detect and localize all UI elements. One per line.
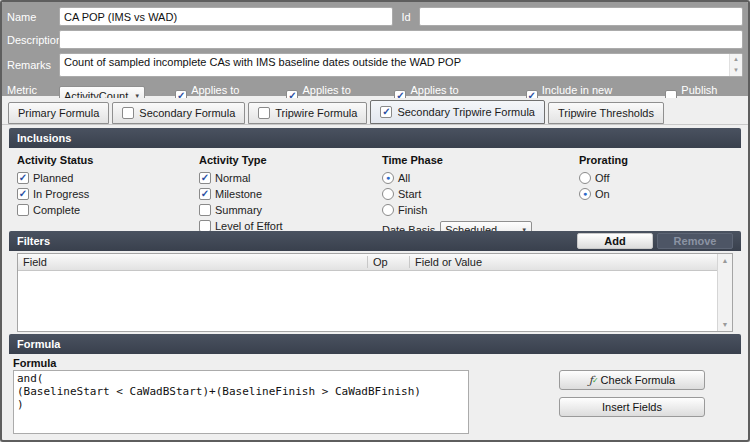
option-complete[interactable]: Complete [17, 202, 93, 217]
radio-off[interactable]: Off [579, 170, 628, 185]
option-label: Milestone [215, 188, 262, 200]
radio-icon: ● [579, 188, 591, 200]
filters-table-header: Field Op Field or Value [18, 254, 717, 271]
insert-fields-button[interactable]: Insert Fields [559, 397, 705, 417]
radio-all[interactable]: ● All [382, 170, 532, 185]
section-title: Inclusions [17, 128, 733, 148]
time-phase-group: Time Phase ● All Start Finish Date Basis… [382, 154, 532, 239]
filters-scrollbar[interactable]: ▲ ▼ [717, 254, 732, 331]
inclusions-body: Activity Status ✓ Planned ✓ In Progress … [9, 148, 741, 230]
name-row: Name Id [7, 7, 743, 26]
checkbox-icon[interactable] [258, 107, 270, 119]
add-filter-button[interactable]: Add [577, 233, 653, 249]
formula-section: Formula Formula and( (BaselineStart < Ca… [9, 334, 741, 440]
group-title: Activity Status [17, 154, 93, 166]
form-header: Name Id Description Remarks Count of sam… [2, 2, 748, 96]
remove-filter-button[interactable]: Remove [657, 233, 733, 249]
check-formula-button[interactable]: ƒ✓ Check Formula [559, 370, 705, 390]
tab-label: Secondary Formula [139, 107, 235, 119]
id-input[interactable] [419, 7, 743, 26]
option-label: Level of Effort [215, 220, 283, 232]
checkbox-icon [17, 204, 29, 216]
formula-header: Formula [9, 334, 741, 354]
radio-icon [382, 204, 394, 216]
option-label: Finish [398, 204, 427, 216]
filters-table: Field Op Field or Value ▲ ▼ [17, 253, 733, 332]
scroll-down-icon[interactable]: ▼ [718, 318, 732, 331]
tab-primary-formula[interactable]: Primary Formula [8, 102, 109, 124]
tab-label: Secondary Tripwire Formula [397, 106, 535, 118]
scroll-down-icon[interactable]: ▼ [730, 65, 742, 76]
checkbox-icon: ✓ [199, 172, 211, 184]
tab-label: Primary Formula [18, 107, 99, 119]
checkbox-icon[interactable] [122, 107, 134, 119]
option-label: Planned [33, 172, 73, 184]
tab-secondary-formula[interactable]: Secondary Formula [112, 102, 245, 124]
tab-tripwire-thresholds[interactable]: Tripwire Thresholds [548, 102, 664, 124]
formula-sublabel: Formula [13, 357, 56, 369]
filters-header: Filters Add Remove [9, 231, 741, 251]
group-title: Prorating [579, 154, 628, 166]
column-op[interactable]: Op [368, 256, 410, 268]
tab-tripwire-formula[interactable]: Tripwire Formula [248, 102, 367, 124]
option-milestone[interactable]: ✓ Milestone [199, 186, 283, 201]
checkbox-icon: ✓ [17, 188, 29, 200]
prorating-group: Prorating Off ● On [579, 154, 628, 202]
option-label: Summary [215, 204, 262, 216]
name-label: Name [7, 11, 59, 23]
checkbox-icon [199, 220, 211, 232]
group-title: Activity Type [199, 154, 283, 166]
scroll-up-icon[interactable]: ▲ [730, 54, 742, 65]
option-label: On [595, 188, 610, 200]
activity-type-group: Activity Type ✓ Normal ✓ Milestone Summa… [199, 154, 283, 234]
option-planned[interactable]: ✓ Planned [17, 170, 93, 185]
radio-start[interactable]: Start [382, 186, 532, 201]
id-label: Id [393, 11, 419, 23]
section-title: Formula [17, 334, 733, 354]
remarks-input[interactable]: Count of sampled incomplete CAs with IMS… [59, 53, 743, 77]
section-title: Filters [17, 231, 573, 251]
column-field[interactable]: Field [18, 256, 368, 268]
activity-status-group: Activity Status ✓ Planned ✓ In Progress … [17, 154, 93, 218]
option-normal[interactable]: ✓ Normal [199, 170, 283, 185]
filters-table-body[interactable] [18, 271, 717, 331]
radio-icon [382, 188, 394, 200]
option-label: Off [595, 172, 609, 184]
radio-icon: ● [382, 172, 394, 184]
description-input[interactable] [59, 30, 743, 49]
button-label: Check Formula [601, 374, 676, 386]
description-label: Description [7, 34, 59, 46]
formula-input[interactable]: and( (BaselineStart < CaWadBStart)+(Base… [13, 370, 469, 434]
inclusions-header: Inclusions [9, 128, 741, 148]
checkbox-icon: ✓ [17, 172, 29, 184]
button-label: Insert Fields [602, 401, 662, 413]
scroll-up-icon[interactable]: ▲ [718, 254, 732, 267]
option-summary[interactable]: Summary [199, 202, 283, 217]
tab-secondary-tripwire-formula[interactable]: ✓ Secondary Tripwire Formula [370, 100, 545, 124]
checkbox-icon [199, 204, 211, 216]
filters-section: Filters Add Remove Field Op Field or Val… [9, 231, 741, 332]
tab-label: Tripwire Formula [275, 107, 357, 119]
checkbox-icon: ✓ [199, 188, 211, 200]
checkbox-icon[interactable]: ✓ [380, 106, 392, 118]
formula-body: Formula and( (BaselineStart < CaWadBStar… [9, 354, 741, 440]
radio-on[interactable]: ● On [579, 186, 628, 201]
tab-label: Tripwire Thresholds [558, 107, 654, 119]
name-input[interactable] [59, 7, 393, 26]
group-title: Time Phase [382, 154, 532, 166]
remarks-scrollbar[interactable]: ▲ ▼ [729, 54, 742, 76]
formula-buttons: ƒ✓ Check Formula Insert Fields [559, 370, 705, 424]
option-label: Complete [33, 204, 80, 216]
option-label: Start [398, 188, 421, 200]
option-label: Normal [215, 172, 250, 184]
description-row: Description [7, 30, 743, 49]
inclusions-section: Inclusions Activity Status ✓ Planned ✓ I… [9, 128, 741, 230]
option-label: In Progress [33, 188, 89, 200]
radio-finish[interactable]: Finish [382, 202, 532, 217]
radio-icon [579, 172, 591, 184]
column-field-or-value[interactable]: Field or Value [410, 256, 717, 268]
metric-editor-window: Name Id Description Remarks Count of sam… [0, 0, 750, 442]
option-in-progress[interactable]: ✓ In Progress [17, 186, 93, 201]
remarks-text: Count of sampled incomplete CAs with IMS… [60, 54, 729, 76]
check-icon: ✓ [592, 376, 599, 385]
